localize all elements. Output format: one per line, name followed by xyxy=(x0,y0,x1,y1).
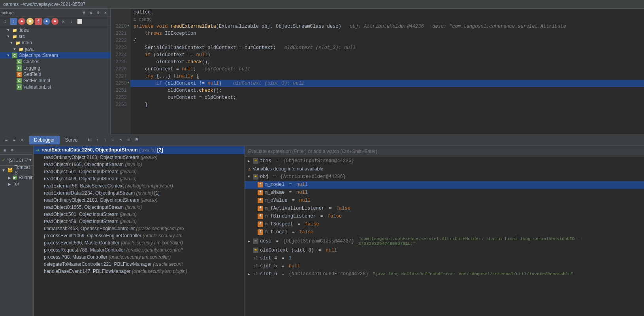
code-line-2221: throws IOException xyxy=(130,30,644,37)
toolbar-icon-4[interactable]: ■ xyxy=(26,18,34,25)
code-line-2251: oldContext.check(); xyxy=(130,87,644,94)
eval-bar[interactable] xyxy=(245,146,644,157)
tab-icon-lines[interactable]: ⠿ xyxy=(86,137,92,143)
toolbar-icon-5[interactable]: f xyxy=(35,18,42,25)
folder-icon-src: 📁 xyxy=(12,34,17,39)
dropdown-icon[interactable]: ▾ xyxy=(29,157,32,163)
tree-label-src: src xyxy=(19,34,25,39)
toolbar-icon-2[interactable]: ↕ xyxy=(10,18,17,25)
tree-expand-main: ▼ xyxy=(9,40,14,45)
tree-item-getfieldimpl[interactable]: C GetFieldImpl xyxy=(0,78,110,84)
code-editor: 2220 ● 2221 2222 2223 2224 2225 2226 222… xyxy=(111,9,644,134)
frame-10[interactable]: readObject:459, ObjectInputStream (java.… xyxy=(34,218,245,225)
var-m-ovalue[interactable]: f m_oValue = null xyxy=(245,197,644,204)
svc-icon-1[interactable]: ≡ xyxy=(2,147,8,153)
frame-15[interactable]: process:708, MasterController (oracle.se… xyxy=(34,254,245,261)
var-m-fsuspect[interactable]: f m_fSuspect = false xyxy=(245,220,644,228)
bottom-icon-2[interactable]: ≡ xyxy=(11,137,17,143)
code-content[interactable]: 2220 ● 2221 2222 2223 2224 2225 2226 222… xyxy=(111,9,644,134)
toolbar-icon-7[interactable]: ● xyxy=(51,18,58,25)
toolbar-icon-1[interactable]: ↕ xyxy=(2,18,9,25)
tree-item-java[interactable]: ▼ 📁 java xyxy=(0,46,110,52)
frame-selected[interactable]: ➜ readExternalData:2250, ObjectInputStre… xyxy=(34,146,245,154)
code-line-2250: if (oldContext != null) oldContext (slot… xyxy=(130,80,644,87)
tab-icon-grid[interactable]: ⊞ xyxy=(126,137,132,143)
var-expand-desc: ▶ xyxy=(247,239,251,244)
var-this[interactable]: ▶ = this = {ObjectInputStream@44235} xyxy=(245,157,644,165)
eval-input[interactable] xyxy=(248,149,641,154)
var-slot5[interactable]: sl slot_5 = null xyxy=(245,262,644,270)
frame-8[interactable]: readObject0:1665, ObjectInputStream (jav… xyxy=(34,204,245,211)
sidebar-close-icon[interactable]: ✕ xyxy=(102,9,109,16)
code-line-2220: private void readExternalData(Externaliz… xyxy=(130,23,644,30)
tab-debugger[interactable]: Debugger xyxy=(29,136,60,144)
tab-server[interactable]: Server xyxy=(60,136,84,144)
running-item[interactable]: ▶ ▶ Runnin xyxy=(0,174,33,181)
tree-item-caches[interactable]: C Caches xyxy=(0,59,110,65)
var-m-model[interactable]: f m_model = null xyxy=(245,181,644,189)
frame-7[interactable]: readOrdinaryObject:2183, ObjectInputStre… xyxy=(34,197,245,204)
tree-item-validationlist[interactable]: C ValidationList xyxy=(0,84,110,90)
tab-icon-down[interactable]: ↓ xyxy=(102,137,108,143)
tree-item-logging[interactable]: C Logging xyxy=(0,65,110,71)
frame-17[interactable]: handleBaseEvent:147, PBLFlowManager (ora… xyxy=(34,268,245,275)
frame-5[interactable]: readExternal:56, BasicServiceContext (we… xyxy=(34,182,245,189)
var-m-fbindinglistener[interactable]: f m_fBindingListener = false xyxy=(245,212,644,220)
frame-3[interactable]: readObject:501, ObjectInputStream (java.… xyxy=(34,168,245,175)
frame-6[interactable]: readExternalData:2234, ObjectInputStream… xyxy=(34,189,245,197)
var-m-flocal[interactable]: f m_fLocal = false xyxy=(245,228,644,236)
toolbar-icon-3[interactable]: ● xyxy=(18,18,25,25)
tree-expand-ois: ▼ xyxy=(6,53,11,58)
var-m-sname[interactable]: f m_sName = null xyxy=(245,189,644,197)
var-obj-row[interactable]: ▼ = obj = {AttributeHolder@44236} xyxy=(245,173,644,181)
frame-12[interactable]: processEvent:1069, OpenssoEngineControll… xyxy=(34,232,245,239)
frame-label-2: readObject0:1665, ObjectInputStream (jav… xyxy=(44,162,142,167)
toolbar-icon-8[interactable]: ✕ xyxy=(60,18,67,25)
tor-item[interactable]: ▶ Tor xyxy=(0,181,33,187)
sidebar-icon-2[interactable]: ⇅ xyxy=(88,9,94,16)
var-slot4[interactable]: sl slot_4 = 1 xyxy=(245,254,644,262)
frame-9[interactable]: readObject:501, ObjectInputStream (java.… xyxy=(34,211,245,218)
tree-item-src[interactable]: ▼ 📁 src xyxy=(0,33,110,40)
var-oldcontext[interactable]: = oldContext (slot_3) = null xyxy=(245,246,644,254)
frame-2[interactable]: readObject0:1665, ObjectInputStream (jav… xyxy=(34,161,245,168)
toolbar-icon-6[interactable]: ● xyxy=(43,18,50,25)
tab-icon-up[interactable]: ↑ xyxy=(94,137,100,143)
bottom-icon-3[interactable]: ✕ xyxy=(19,137,25,143)
tree-label-validationlist: ValidationList xyxy=(23,84,51,90)
frame-11[interactable]: unmarshal:2453, OpenssoEngineController … xyxy=(34,225,245,232)
var-slot6[interactable]: ▶ sl slot_6 = {NoClassDefFoundError@4423… xyxy=(245,270,644,278)
frame-14[interactable]: processRequest:788, MasterController (or… xyxy=(34,246,245,254)
tree-item-objectinputstream[interactable]: ▼ C ObjectInputStream xyxy=(0,52,110,59)
var-desc[interactable]: ▶ = desc = {ObjectStreamClass@44237} "co… xyxy=(245,236,644,246)
ln-2224: 2224 xyxy=(111,51,130,59)
tab-icon-up2[interactable]: ⬆ xyxy=(110,137,116,143)
variables-content[interactable]: ▶ = this = {ObjectInputStream@44235} ⚠ V… xyxy=(245,157,644,316)
sidebar-icon-1[interactable]: ≡ xyxy=(81,9,87,16)
ln-2225: 2225 xyxy=(111,59,130,66)
tab-icon-list[interactable]: ≣ xyxy=(134,137,140,143)
code-lines: called. 1 usage private void readExterna… xyxy=(130,9,644,134)
frame-16[interactable]: delegateToMasterController:221, PBLFlowM… xyxy=(34,261,245,268)
code-line-2253: } xyxy=(130,101,644,108)
frame-4[interactable]: readObject:459, ObjectInputStream (java.… xyxy=(34,175,245,182)
thread-label: "[STUCK] ExecuteThread: '...' "Pooled Th… xyxy=(7,158,23,163)
var-m-factivationlistener[interactable]: f m_fActivationListener = false xyxy=(245,204,644,212)
tree-item-getfield[interactable]: C GetField xyxy=(0,71,110,78)
toolbar-icon-10[interactable]: ⬜ xyxy=(76,18,83,25)
bottom-icon-1[interactable]: ≡ xyxy=(3,137,9,143)
tomcat-header[interactable]: ▼ 🐱 Tomcat S xyxy=(0,166,33,174)
var-icon-obj: = xyxy=(253,174,258,180)
toolbar-icon-9[interactable]: ↓ xyxy=(68,18,75,25)
tab-icon-step[interactable]: ↷ xyxy=(118,137,124,143)
tree-item-idea[interactable]: ▼ 📁 .idea xyxy=(0,27,110,33)
frame-13[interactable]: processEvent:596, MasterController (orac… xyxy=(34,239,245,246)
sidebar-settings-icon[interactable]: ⚙ xyxy=(95,9,102,16)
folder-icon-main: 📁 xyxy=(15,40,21,45)
svc-icon-2[interactable]: ✕ xyxy=(9,147,15,153)
frame-1[interactable]: readOrdinaryObject:2183, ObjectInputStre… xyxy=(34,154,245,161)
call-stack-content[interactable]: ➜ readExternalData:2250, ObjectInputStre… xyxy=(34,146,245,316)
tree-item-main[interactable]: ▼ 📁 main xyxy=(0,40,110,46)
tree-expand-validationlist xyxy=(11,85,15,89)
filter-icon[interactable]: ▽ xyxy=(24,157,28,163)
